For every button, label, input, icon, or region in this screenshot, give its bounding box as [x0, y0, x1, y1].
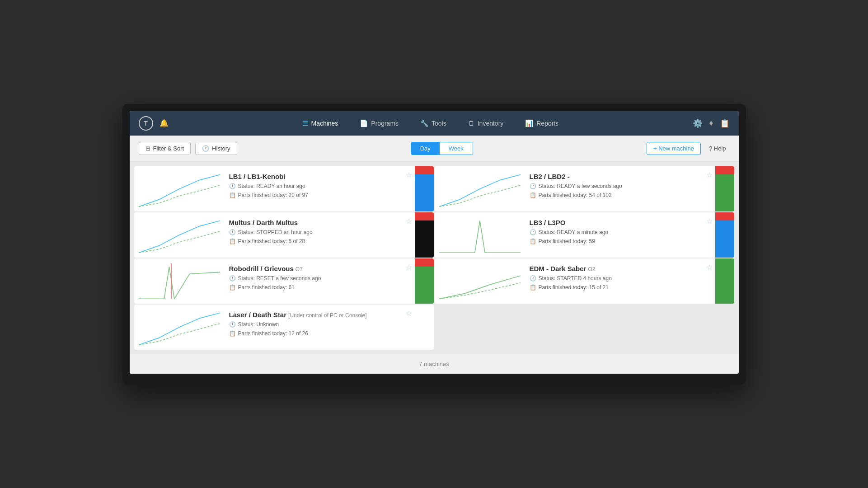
filter-sort-button[interactable]: ⊟ Filter & Sort: [139, 142, 191, 155]
parts-text-multus: Parts finished today: 5 of 28: [238, 238, 305, 244]
nav-reports[interactable]: 📊 Reports: [521, 117, 562, 130]
inventory-icon: 🗒: [468, 119, 475, 127]
card-info-laser: Laser / Death Star[Under control of PC o…: [225, 305, 434, 350]
nav-center: ☰ Machines 📄 Programs 🔧 Tools 🗒 Inventor…: [169, 117, 693, 130]
nav-machines-label: Machines: [311, 120, 338, 127]
card-parts-multus: 📋 Parts finished today: 5 of 28: [229, 238, 410, 244]
topnav-right: ⚙️ ♦ 📋: [693, 118, 729, 128]
machines-icon: ☰: [302, 119, 308, 127]
machine-card-robodrill[interactable]: Robodrill / GrievousO7 🕐 Status: RESET a…: [134, 258, 434, 304]
help-button[interactable]: ? Help: [705, 142, 730, 155]
parts-text-lb1: Parts finished today: 20 of 97: [238, 192, 308, 198]
favorite-button-lb3[interactable]: ☆: [706, 217, 713, 225]
week-button[interactable]: Week: [440, 142, 473, 155]
filter-icon: ⊟: [145, 145, 150, 152]
parts-icon-edm: 📋: [530, 284, 536, 291]
notifications-icon[interactable]: 🔔: [160, 119, 169, 127]
user-icon[interactable]: 📋: [720, 118, 730, 128]
card-title-lb3: LB3 / L3PO: [530, 219, 711, 226]
day-button[interactable]: Day: [411, 142, 440, 155]
nav-reports-label: Reports: [536, 120, 558, 127]
card-parts-laser: 📋 Parts finished today: 12 of 26: [229, 330, 429, 337]
status-text-robodrill: Status: RESET a few seconds ago: [238, 275, 321, 282]
card-chart-lb3: [435, 212, 525, 258]
reports-icon: 📊: [525, 119, 534, 127]
parts-icon-lb3: 📋: [530, 238, 536, 244]
nav-machines[interactable]: ☰ Machines: [299, 117, 342, 130]
status-text-laser: Status: Unknown: [238, 321, 279, 328]
card-parts-lb3: 📋 Parts finished today: 59: [530, 238, 711, 244]
parts-text-lb2: Parts finished today: 54 of 102: [539, 192, 612, 198]
machine-card-edm[interactable]: EDM - Dark SaberO2 🕐 Status: STARTED 4 h…: [435, 258, 734, 304]
week-label: Week: [449, 145, 464, 152]
card-title-lb2: LB2 / LBD2 -: [530, 173, 711, 180]
card-chart-laser: [134, 305, 225, 350]
clock-status-icon: 🕐: [229, 229, 236, 235]
favorite-button-multus[interactable]: ☆: [406, 217, 412, 225]
card-status-edm: 🕐 Status: STARTED 4 hours ago: [530, 275, 711, 282]
machine-card-lb2[interactable]: LB2 / LBD2 - 🕐 Status: READY a few secon…: [435, 166, 734, 211]
card-status-multus: 🕐 Status: STOPPED an hour ago: [229, 229, 410, 235]
status-text-lb3: Status: READY a minute ago: [539, 229, 609, 235]
parts-text-robodrill: Parts finished today: 61: [238, 284, 295, 291]
nav-inventory[interactable]: 🗒 Inventory: [464, 117, 507, 130]
card-status-lb2: 🕐 Status: READY a few seconds ago: [530, 183, 711, 189]
programs-icon: 📄: [360, 119, 368, 127]
card-status-robodrill: 🕐 Status: RESET a few seconds ago: [229, 275, 410, 282]
card-chart-edm: [435, 258, 525, 304]
nav-programs[interactable]: 📄 Programs: [356, 117, 402, 130]
favorite-button-lb2[interactable]: ☆: [706, 171, 713, 179]
card-parts-robodrill: 📋 Parts finished today: 61: [229, 284, 410, 291]
card-info-multus: Multus / Darth Multus 🕐 Status: STOPPED …: [225, 212, 415, 258]
card-status-laser: 🕐 Status: Unknown: [229, 321, 429, 328]
machine-card-lb3[interactable]: LB3 / L3PO 🕐 Status: READY a minute ago …: [435, 212, 734, 258]
clock-status-icon: 🕐: [229, 321, 236, 328]
clock-icon: 🕐: [202, 145, 209, 152]
parts-icon-laser: 📋: [229, 330, 236, 337]
logo-icon[interactable]: T: [139, 116, 153, 131]
parts-text-laser: Parts finished today: 12 of 26: [238, 330, 308, 337]
machine-card-lb1[interactable]: LB1 / LB1-Kenobi 🕐 Status: READY an hour…: [134, 166, 434, 211]
machine-card-multus[interactable]: Multus / Darth Multus 🕐 Status: STOPPED …: [134, 212, 434, 258]
card-chart-lb2: [435, 166, 525, 211]
machines-footer: 7 machines: [130, 354, 739, 374]
history-label: History: [212, 145, 230, 152]
favorite-button-robodrill[interactable]: ☆: [406, 263, 412, 272]
filter-sort-label: Filter & Sort: [153, 145, 184, 152]
history-button[interactable]: 🕐 History: [195, 142, 237, 155]
parts-icon-robodrill: 📋: [229, 284, 236, 291]
machines-grid: LB1 / LB1-Kenobi 🕐 Status: READY an hour…: [130, 162, 739, 354]
card-chart-lb1: [134, 166, 225, 211]
favorite-button-lb1[interactable]: ☆: [406, 171, 412, 179]
nav-tools[interactable]: 🔧 Tools: [417, 117, 450, 130]
day-week-toggle: Day Week: [411, 142, 473, 155]
card-title-laser: Laser / Death Star[Under control of PC o…: [229, 311, 429, 319]
diamond-icon[interactable]: ♦: [709, 118, 713, 128]
clock-status-icon: 🕐: [530, 183, 536, 189]
card-parts-lb2: 📋 Parts finished today: 54 of 102: [530, 192, 711, 198]
favorite-button-laser[interactable]: ☆: [406, 309, 412, 318]
card-title-multus: Multus / Darth Multus: [229, 219, 410, 226]
card-status-lb1: 🕐 Status: READY an hour ago: [229, 183, 410, 189]
settings-icon[interactable]: ⚙️: [693, 118, 703, 128]
card-chart-multus: [134, 212, 225, 258]
machine-card-laser[interactable]: Laser / Death Star[Under control of PC o…: [134, 305, 434, 350]
new-machine-label: + New machine: [653, 145, 694, 152]
new-machine-button[interactable]: + New machine: [647, 142, 701, 155]
card-parts-lb1: 📋 Parts finished today: 20 of 97: [229, 192, 410, 198]
clock-status-icon: 🕐: [229, 183, 236, 189]
clock-status-icon: 🕐: [530, 229, 536, 235]
help-label: ? Help: [709, 145, 726, 152]
card-info-lb3: LB3 / L3PO 🕐 Status: READY a minute ago …: [525, 212, 715, 258]
status-text-edm: Status: STARTED 4 hours ago: [539, 275, 612, 282]
parts-text-edm: Parts finished today: 15 of 21: [539, 284, 609, 291]
card-status-lb3: 🕐 Status: READY a minute ago: [530, 229, 711, 235]
favorite-button-edm[interactable]: ☆: [706, 263, 713, 272]
status-text-lb1: Status: READY an hour ago: [238, 183, 305, 189]
card-info-lb1: LB1 / LB1-Kenobi 🕐 Status: READY an hour…: [225, 166, 415, 211]
toolbar: ⊟ Filter & Sort 🕐 History Day Week + New…: [130, 136, 739, 162]
clock-status-icon: 🕐: [530, 275, 536, 282]
card-info-edm: EDM - Dark SaberO2 🕐 Status: STARTED 4 h…: [525, 258, 715, 304]
card-title-lb1: LB1 / LB1-Kenobi: [229, 173, 410, 180]
top-navigation: T 🔔 ☰ Machines 📄 Programs 🔧 Tools: [130, 111, 739, 136]
